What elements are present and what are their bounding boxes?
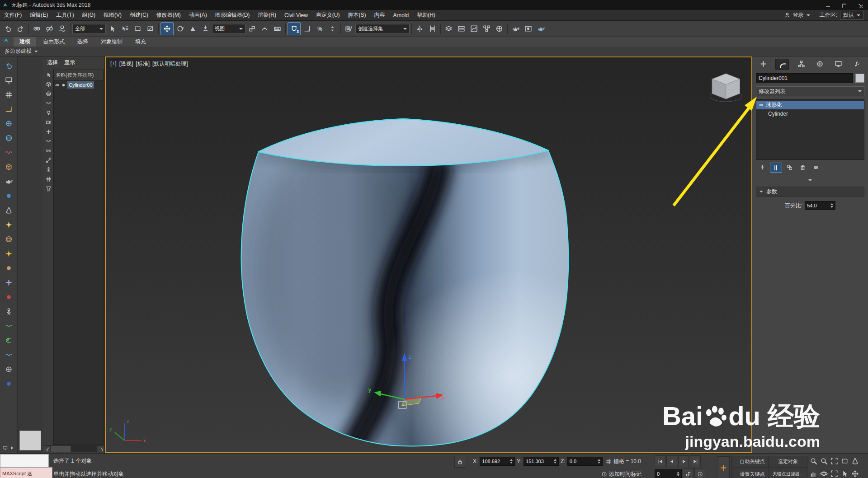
schematic-view-button[interactable] — [481, 23, 493, 35]
ribbon-tab-selection[interactable]: 选择 — [71, 37, 94, 47]
select-object-button[interactable] — [106, 23, 118, 35]
field-of-view-button[interactable] — [850, 455, 860, 466]
key-mode-toggle[interactable] — [683, 468, 693, 478]
menu-edit[interactable]: 编辑(E) — [26, 10, 52, 20]
docked-panel-thumbnail[interactable] — [19, 431, 41, 450]
viewport-menu-renderer[interactable]: [标准] — [136, 60, 150, 68]
display-geometry-filter[interactable] — [45, 80, 52, 88]
ribbon-tab-populate[interactable]: 填充 — [129, 37, 152, 47]
remove-modifier-button[interactable] — [797, 163, 808, 172]
selection-region-button[interactable] — [132, 23, 144, 35]
parameters-rollout[interactable]: 参数 — [756, 187, 864, 197]
display-biped-filter[interactable] — [45, 166, 52, 173]
explorer-menu-display[interactable]: 显示 — [64, 59, 75, 66]
menu-tools[interactable]: 工具(T) — [52, 10, 78, 20]
set-key-button[interactable]: 设置关键点 — [731, 468, 773, 478]
perspective-viewport[interactable]: [+] [透视] [标准] [默认明暗处理] — [105, 56, 752, 453]
wave-tool[interactable] — [3, 349, 14, 360]
expand-icon[interactable] — [9, 445, 14, 450]
keyboard-override-button[interactable] — [271, 23, 283, 35]
isolate-selection-toggle[interactable] — [840, 468, 850, 478]
display-sphere-filter[interactable] — [45, 90, 52, 97]
viewcube[interactable] — [710, 74, 742, 102]
redo-button[interactable] — [14, 23, 27, 35]
select-and-move-button[interactable] — [160, 22, 174, 35]
render-setup-button[interactable] — [509, 23, 522, 35]
snap-toggle-3d-button[interactable]: 3 — [288, 22, 301, 35]
explorer-hscrollbar[interactable] — [43, 445, 104, 452]
select-and-link-button[interactable] — [31, 23, 43, 35]
add-time-tag-button[interactable]: 添加时间标记 — [609, 470, 642, 478]
render-production-button[interactable] — [535, 23, 547, 35]
display-camera-filter[interactable] — [45, 118, 52, 126]
viewport-canvas[interactable]: z x y x y z — [106, 57, 751, 452]
display-light-filter[interactable] — [45, 109, 52, 116]
maximize-viewport-toggle[interactable] — [829, 468, 840, 478]
bind-to-space-warp-button[interactable] — [56, 23, 68, 35]
display-cursor-filter[interactable] — [45, 71, 52, 78]
tab-hierarchy[interactable] — [795, 59, 807, 69]
sun-tool[interactable] — [3, 248, 14, 259]
display-helper-filter[interactable] — [45, 128, 52, 135]
orbit-button[interactable] — [819, 468, 829, 478]
play-button[interactable] — [678, 455, 689, 467]
menu-group[interactable]: 组(G) — [78, 10, 99, 20]
named-selection-sets-select[interactable]: 创建选择集 — [355, 24, 410, 34]
menu-arnold[interactable]: Arnold — [389, 10, 413, 20]
display-shape-filter[interactable] — [45, 99, 52, 107]
material-ball-tool[interactable] — [3, 234, 14, 244]
auto-key-button[interactable]: 自动关键点 — [731, 455, 773, 468]
cone-tool[interactable] — [3, 205, 14, 216]
panel-splitter[interactable] — [756, 178, 864, 183]
orbit-arrow-tool[interactable] — [3, 60, 14, 71]
select-and-place-button[interactable] — [199, 23, 212, 35]
tab-modify[interactable] — [775, 59, 789, 70]
display-bone-filter[interactable] — [45, 156, 52, 164]
rendered-frame-window-button[interactable] — [522, 23, 534, 35]
angle-snap-button[interactable] — [301, 23, 313, 35]
menu-content[interactable]: 内容 — [370, 10, 389, 20]
blue-ball-tool[interactable] — [3, 190, 14, 201]
selected-mode-dropdown[interactable]: 选定对象 — [769, 455, 807, 468]
tan-ball-tool[interactable] — [3, 262, 14, 273]
spinner-arrows[interactable] — [830, 203, 833, 208]
viewport-menu-shading[interactable]: [默认明暗处理] — [152, 60, 188, 68]
select-and-rotate-button[interactable] — [174, 23, 186, 35]
menu-rendering[interactable]: 渲染(R) — [254, 10, 280, 20]
viewport-menu-general[interactable]: [+] — [110, 60, 117, 68]
zoom-extents-button[interactable] — [829, 455, 840, 466]
display-filter-funnel[interactable] — [45, 185, 52, 192]
paint-tool[interactable] — [3, 291, 14, 302]
selection-filter-select[interactable]: 全部 — [72, 24, 106, 34]
snowflake-tool[interactable] — [3, 277, 14, 288]
select-and-scale-button[interactable] — [187, 23, 199, 35]
omni-light-tool[interactable] — [3, 219, 14, 230]
maximize-button[interactable] — [835, 0, 852, 10]
zoom-button[interactable] — [808, 455, 819, 466]
configure-modifier-sets-button[interactable] — [810, 163, 821, 172]
stack-item-cylinder[interactable]: Cylinder — [756, 109, 864, 118]
spiral-tool[interactable] — [3, 335, 14, 346]
ribbon-menu-icon[interactable] — [3, 37, 9, 43]
scroll-right-button[interactable] — [97, 446, 104, 452]
unlink-selection-button[interactable] — [43, 23, 56, 35]
tab-utilities[interactable] — [851, 59, 863, 69]
pin-stack-button[interactable] — [757, 163, 768, 172]
pan-button[interactable] — [808, 468, 819, 478]
menu-customize[interactable]: 自定义(U) — [312, 10, 344, 20]
reference-coordinate-select[interactable]: 视图 — [212, 24, 245, 34]
ribbon-tab-object-paint[interactable]: 对象绘制 — [95, 37, 128, 47]
menu-modifiers[interactable]: 修改器(M) — [152, 10, 185, 20]
window-crossing-button[interactable] — [144, 23, 156, 35]
ribbon-toggle-button[interactable] — [455, 23, 467, 35]
key-filters-button[interactable]: 关键点过滤器... — [769, 468, 807, 478]
material-editor-button[interactable] — [493, 23, 505, 35]
select-by-name-button[interactable] — [119, 23, 131, 35]
mirror-button[interactable] — [414, 23, 426, 35]
go-to-start-button[interactable] — [655, 455, 665, 467]
biped-tool[interactable] — [3, 306, 14, 317]
maxscript-listener-input[interactable]: MAXScript 迷 — [0, 467, 52, 478]
workspace-select[interactable]: 默认 — [840, 11, 863, 20]
edit-named-sets-button[interactable] — [343, 23, 355, 35]
object-name-field[interactable]: Cylinder001 — [756, 73, 853, 83]
